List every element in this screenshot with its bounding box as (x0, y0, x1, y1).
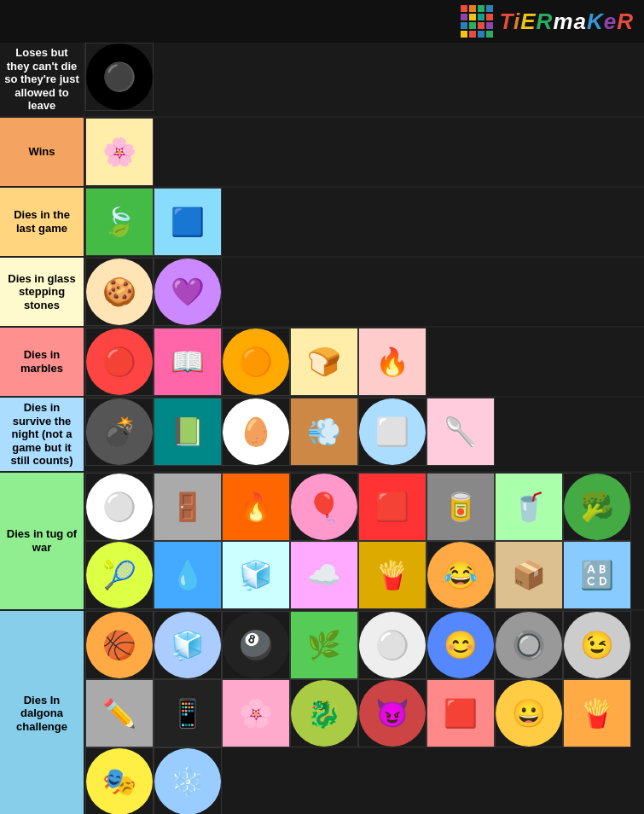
character-icon: ⚪ (86, 474, 153, 540)
list-item: ☁️ (290, 541, 358, 609)
list-item: 🚪 (154, 473, 222, 541)
character-icon: 🔴 (86, 329, 153, 395)
list-item: ✏️ (85, 679, 154, 747)
character-icon: 🐉 (291, 680, 357, 747)
character-icon: 😊 (427, 612, 494, 678)
character-icon: 🎱 (223, 612, 289, 678)
character-icon: 🧊 (154, 612, 221, 678)
tier-content-tug-war: ⚪🚪🔥🎈🟥🥫🥤🥦🎾💧🧊☁️🍟😂📦🔠 (85, 473, 644, 609)
tier-label-marbles: Dies in marbles (0, 328, 85, 396)
tier-label-tug-war: Dies in tug of war (0, 473, 85, 609)
list-item: 🟦 (154, 188, 222, 256)
character-icon: ☁️ (291, 542, 357, 608)
list-item: 😈 (358, 679, 426, 747)
character-icon: 🍟 (359, 542, 426, 608)
list-item: 🥦 (563, 473, 631, 541)
character-icon: ✏️ (86, 680, 153, 747)
logo-pixel (486, 5, 493, 12)
character-icon: 🥫 (427, 474, 494, 540)
list-item: 🔘 (495, 611, 563, 679)
character-icon: 🥄 (427, 398, 494, 465)
logo-text: TiERmaKeR (500, 9, 634, 35)
list-item: 💜 (154, 258, 222, 326)
character-icon: 🎭 (86, 748, 153, 814)
list-item: 🎾 (85, 541, 154, 609)
list-item: 📖 (154, 328, 222, 396)
list-item: 🎱 (222, 611, 290, 679)
tier-content-glass-stones: 🍪💜 (85, 258, 644, 326)
character-icon: 💣 (86, 398, 153, 465)
list-item: 😀 (495, 679, 563, 747)
character-icon: 😀 (496, 680, 562, 747)
character-icon: ⚫ (86, 44, 153, 110)
list-item: 🐉 (290, 679, 358, 747)
list-item: 🧊 (154, 611, 222, 679)
list-item: 🍪 (85, 258, 154, 326)
tier-label-survive-night: Dies in survive the night (not a game bu… (0, 398, 85, 471)
character-icon: 📦 (496, 542, 562, 608)
logo-grid (461, 5, 493, 38)
character-icon: 📗 (154, 398, 221, 465)
tier-row-tug-war: Dies in tug of war⚪🚪🔥🎈🟥🥫🥤🥦🎾💧🧊☁️🍟😂📦🔠 (0, 473, 644, 611)
list-item: 🥄 (426, 398, 495, 466)
list-item: ⬜ (358, 398, 426, 466)
character-icon: 😈 (359, 680, 426, 747)
list-item: ⚫ (85, 43, 154, 111)
logo-pixel (461, 22, 467, 29)
logo-pixel (469, 5, 476, 12)
character-icon: 🍟 (564, 680, 630, 747)
list-item: 🍟 (358, 541, 426, 609)
list-item: 🔥 (222, 473, 290, 541)
logo-pixel (469, 22, 476, 29)
list-item: 🥫 (426, 473, 495, 541)
list-item: 🎈 (290, 473, 358, 541)
logo-pixel (478, 31, 484, 38)
list-item: 🥤 (495, 473, 563, 541)
character-icon: 😂 (427, 542, 494, 608)
tier-row-dalgona: Dies In dalgona challenge🏀🧊🎱🌿⚪😊🔘😉✏️📱🌸🐉😈🟥… (0, 611, 644, 814)
tier-label-last-game: Dies in the last game (0, 188, 85, 256)
character-icon: 🔘 (496, 612, 562, 678)
logo-pixel (461, 31, 467, 38)
logo-pixel (486, 14, 493, 20)
tier-row-black-eclipse: Loses but they can't die so they're just… (0, 43, 644, 118)
character-icon: 🌸 (223, 680, 289, 747)
character-icon: 🔥 (359, 329, 426, 395)
list-item: 🍞 (290, 328, 358, 396)
tier-label-dalgona: Dies In dalgona challenge (0, 611, 85, 814)
list-item: ❄️ (154, 747, 222, 814)
character-icon: 🍃 (86, 189, 153, 255)
list-item: 😉 (563, 611, 631, 679)
list-item: 💨 (290, 398, 358, 466)
list-item: 💣 (85, 398, 154, 466)
tier-row-wins: Wins🌸 (0, 118, 644, 188)
character-icon: 🥚 (223, 398, 289, 465)
character-icon: 🍪 (86, 259, 153, 325)
tier-row-last-game: Dies in the last game🍃🟦 (0, 188, 644, 258)
character-icon: 🌿 (291, 612, 357, 678)
character-icon: 🔠 (564, 542, 630, 608)
character-icon: 💜 (154, 259, 221, 325)
list-item: 📱 (154, 679, 222, 747)
character-icon: 🔥 (223, 474, 289, 540)
list-item: 🟥 (426, 679, 495, 747)
header: TiERmaKeR (0, 0, 644, 43)
tier-content-wins: 🌸 (85, 118, 644, 186)
logo-pixel (469, 14, 476, 20)
logo-pixel (461, 5, 467, 12)
tier-content-survive-night: 💣📗🥚💨⬜🥄 (85, 398, 644, 471)
character-icon: 🎾 (86, 542, 153, 608)
tier-row-marbles: Dies in marbles🔴📖🟠🍞🔥 (0, 328, 644, 398)
character-icon: 🟥 (359, 474, 426, 540)
character-icon: 😉 (564, 612, 630, 678)
list-item: 🍟 (563, 679, 631, 747)
list-item: 🧊 (222, 541, 290, 609)
tier-content-black-eclipse: ⚫ (85, 43, 644, 116)
character-icon: 🥤 (496, 474, 562, 540)
character-icon: 🟥 (427, 680, 494, 747)
tier-label-black-eclipse: Loses but they can't die so they're just… (0, 43, 85, 116)
list-item: 🟠 (222, 328, 290, 396)
tiermaker-logo: TiERmaKeR (461, 5, 634, 38)
character-icon: 💨 (291, 398, 357, 465)
list-item: 🥚 (222, 398, 290, 466)
